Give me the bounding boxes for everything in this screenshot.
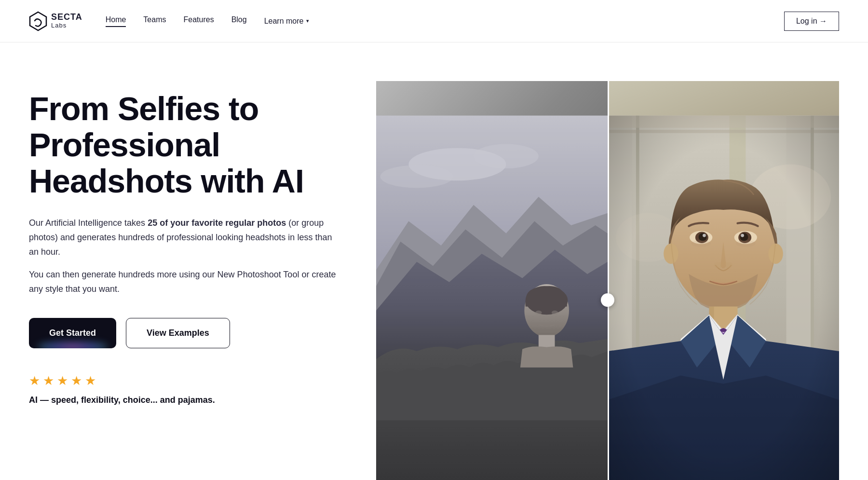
left-panel: From Selfies to Professional Headshots w… xyxy=(29,81,338,405)
nav-learn-more[interactable]: Learn more ▾ xyxy=(264,17,310,26)
after-scene-svg xyxy=(608,81,839,480)
hero-description-2: You can then generate hundreds more usin… xyxy=(29,268,338,296)
image-slider[interactable] xyxy=(376,81,839,480)
star-1: ★ xyxy=(29,373,40,388)
review-text: AI — speed, flexibility, choice... and p… xyxy=(29,395,338,405)
nav-home[interactable]: Home xyxy=(106,15,126,27)
nav-features[interactable]: Features xyxy=(183,15,214,27)
hero-description-1: Our Artificial Intelligence takes 25 of … xyxy=(29,216,338,259)
main-content: From Selfies to Professional Headshots w… xyxy=(0,42,868,480)
slider-divider xyxy=(608,81,609,480)
before-image xyxy=(376,81,608,480)
after-image xyxy=(608,81,839,480)
slider-handle[interactable] xyxy=(601,293,614,307)
before-scene-svg xyxy=(376,81,608,480)
cta-buttons: Get Started View Examples xyxy=(29,318,338,348)
logo[interactable]: SECTA Labs xyxy=(29,11,82,31)
view-examples-button[interactable]: View Examples xyxy=(126,318,230,348)
nav-blog[interactable]: Blog xyxy=(231,15,247,27)
star-2: ★ xyxy=(43,373,54,388)
nav-teams[interactable]: Teams xyxy=(143,15,166,27)
stars-row: ★ ★ ★ ★ ★ xyxy=(29,373,338,388)
chevron-down-icon: ▾ xyxy=(306,18,309,24)
svg-rect-9 xyxy=(376,116,608,480)
star-4: ★ xyxy=(71,373,82,388)
nav-links: Home Teams Features Blog Learn more ▾ xyxy=(106,15,784,27)
star-5: ★ xyxy=(85,373,96,388)
hero-title: From Selfies to Professional Headshots w… xyxy=(29,91,338,199)
logo-text: SECTA Labs xyxy=(51,13,82,29)
right-panel xyxy=(376,81,839,480)
login-button[interactable]: Log in → xyxy=(784,12,839,31)
get-started-button[interactable]: Get Started xyxy=(29,318,116,348)
star-3: ★ xyxy=(57,373,68,388)
navbar: SECTA Labs Home Teams Features Blog Lear… xyxy=(0,0,868,42)
secta-logo-icon xyxy=(29,11,47,31)
svg-rect-37 xyxy=(608,116,839,480)
